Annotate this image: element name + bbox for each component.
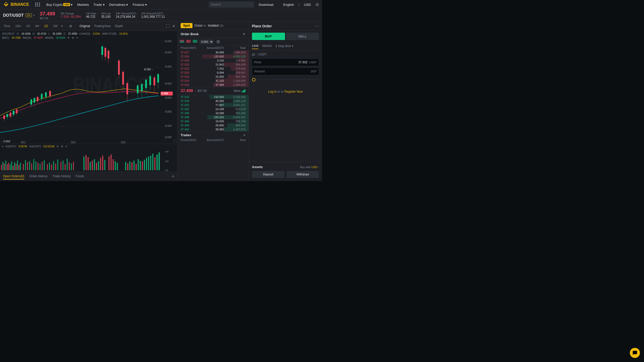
price-input[interactable] — [287, 61, 308, 64]
buy-with-usd-btn[interactable]: Buy with USD › — [300, 166, 319, 169]
time-btn-1w[interactable]: 1W — [52, 24, 59, 29]
trades-price-header: Price(USDT) — [181, 138, 202, 142]
withdraw-button[interactable]: Withdraw — [287, 171, 319, 178]
nav-trade[interactable]: Trade ▾ — [91, 2, 106, 8]
vol-settings-icon[interactable]: ⚙ — [61, 145, 63, 148]
ob-view-bids[interactable] — [193, 40, 197, 44]
tab-order-history[interactable]: Order History — [29, 173, 47, 179]
ob-view-both[interactable] — [180, 40, 184, 44]
ask-row-5[interactable]: 37.522 7.431 278,826 — [178, 67, 249, 71]
svg-rect-132 — [125, 162, 126, 170]
svg-rect-145 — [152, 154, 153, 170]
expand-chart-icon[interactable]: ⛶ — [173, 139, 176, 143]
bid-row-3[interactable]: 37.503 77.897 2,921,371 — [178, 103, 249, 107]
isolated-btn[interactable]: Isolated 10x — [208, 24, 224, 27]
view-depth[interactable]: Depth — [114, 24, 124, 28]
nav-finance[interactable]: Finance ▾ — [131, 2, 149, 8]
ask-row-6[interactable]: 37.520 6.094 228,647 — [178, 71, 249, 75]
search-input[interactable] — [209, 2, 254, 8]
nav-markets[interactable]: Markets — [75, 2, 91, 8]
time-btn-4h[interactable]: 4H — [34, 24, 40, 29]
ask-row-4[interactable]: 37.523 15.842 594,439 — [178, 63, 249, 67]
bid-row-5[interactable]: 37.499 18.598 697,406 — [178, 111, 249, 115]
trades-close-icon[interactable]: ✕ — [243, 133, 246, 137]
fullscreen-icon[interactable]: ⛶ — [166, 24, 170, 29]
bottom-close-icon[interactable]: ✕ — [172, 175, 174, 178]
ask-row-8[interactable]: 37.516 31.105 1,166,935 — [178, 79, 249, 83]
nav-derivatives[interactable]: Derivatives ▾ — [107, 2, 130, 8]
ask-row-3[interactable]: 37.524 3.142 117,900 — [178, 58, 249, 63]
orderbook-close-icon[interactable]: ✕ — [243, 32, 246, 36]
bid-row-9[interactable]: 37.492 38.885 1,457,876 — [178, 127, 249, 131]
vol-close-icon[interactable]: ✕ — [65, 145, 67, 148]
order-type-market[interactable]: Market — [262, 43, 272, 49]
amount-input[interactable] — [289, 70, 309, 73]
order-type-limit[interactable]: Limit — [252, 43, 258, 49]
view-original[interactable]: Original — [79, 24, 91, 28]
logo[interactable]: BINANCE — [3, 2, 29, 8]
spot-btn[interactable]: Spot — [181, 23, 192, 28]
sell-button[interactable]: SELL — [286, 33, 319, 40]
ob-refresh-icon[interactable]: ⊞ — [217, 39, 220, 44]
bid-row-7[interactable]: 37.494 10.635 398,749 — [178, 119, 249, 123]
order-type-stop-limit[interactable]: ℹ Stop-limit ▾ — [276, 43, 293, 49]
time-btn-1d[interactable]: 1D — [42, 24, 49, 29]
svg-rect-129 — [113, 159, 114, 170]
bid-price: 37.502 — [181, 108, 202, 111]
more-btn[interactable]: More — [234, 89, 246, 93]
ask-row-7[interactable]: 37.519 15.000 562,785 — [178, 75, 249, 79]
ob-view-asks[interactable] — [186, 40, 191, 44]
po-menu-icon[interactable]: ⋯ — [315, 24, 319, 28]
svg-text:-40M: -40M — [165, 150, 169, 153]
ask-price: 37.515 — [181, 83, 202, 86]
svg-rect-99 — [37, 163, 38, 170]
settings-icon[interactable]: ⚙ — [315, 2, 319, 7]
tab-trade-history[interactable]: Trade History — [52, 173, 71, 179]
ask-row-2[interactable]: 37.526 120.000 4,503,120 — [178, 54, 249, 58]
leverage-badge[interactable]: 10x — [25, 13, 32, 17]
nav-buy-crypto[interactable]: Buy Crypto USD ▾ — [44, 2, 75, 8]
cross-btn[interactable]: Cross 3x — [195, 24, 206, 27]
po-slider-container[interactable] — [252, 78, 319, 82]
bid-row-2[interactable]: 37.509 45.059 1,690,118 — [178, 99, 249, 103]
bid-row-4[interactable]: 37.502 14.108 529,078 — [178, 107, 249, 111]
tab-open-orders[interactable]: Open Orders(0) — [3, 173, 24, 179]
ask-row-1[interactable]: 37.527 36.958 1,386,923 — [178, 50, 249, 54]
chart-settings-icon[interactable]: ⚙ — [69, 24, 72, 28]
time-btn-time[interactable]: Time — [2, 24, 12, 29]
chevron-down-icon[interactable]: ▾ — [33, 14, 35, 17]
chart-ma-row: MA(7): 40.7586 MA(25): 37.4070 MA(99): 3… — [2, 36, 128, 40]
eye-icon[interactable]: 👁 — [67, 36, 70, 40]
currency-selector[interactable]: USD — [303, 2, 312, 7]
register-link[interactable]: Register Now — [285, 90, 303, 93]
svg-rect-152 — [245, 89, 245, 92]
price-input-row[interactable]: Price USDT — [252, 58, 319, 66]
ob-precision-select[interactable]: 0.001 0.01 0.1 — [199, 39, 213, 44]
svg-text:0.00: 0.00 — [165, 169, 168, 172]
chart-right-btns: ⛶ ✕ — [166, 24, 175, 29]
view-tradingview[interactable]: TradingView — [93, 24, 112, 28]
download-button[interactable]: Download — [257, 2, 275, 7]
tab-funds[interactable]: Funds — [76, 173, 84, 179]
close-chart-icon[interactable]: ✕ — [172, 24, 175, 29]
language-selector[interactable]: English — [282, 2, 296, 7]
time-btn-15m[interactable]: 15m — [14, 24, 23, 29]
bid-row-1[interactable]: 37.510 150.000 5,626,500 — [178, 95, 249, 99]
vol-expand-icon[interactable]: ▾ — [2, 145, 3, 148]
deposit-button[interactable]: Deposit — [252, 171, 285, 178]
settings-ma-icon[interactable]: ⚙ — [72, 36, 74, 40]
slider-thumb[interactable] — [252, 78, 255, 82]
close-ma-icon[interactable]: ✕ — [76, 36, 78, 40]
amplitude-label: AMPLITUDE: — [102, 32, 117, 36]
time-more-icon[interactable]: ▾ — [61, 24, 63, 28]
login-link[interactable]: Log In — [268, 90, 276, 93]
bid-row-6[interactable]: 37.498 150.263 5,634,562 — [178, 115, 249, 119]
bid-row-8[interactable]: 37.493 26.660 999,563 — [178, 123, 249, 127]
time-btn-1h[interactable]: 1H — [25, 24, 32, 29]
nav-grid-icon[interactable] — [35, 3, 40, 7]
buy-button[interactable]: BUY — [252, 33, 285, 40]
vol-eye-icon[interactable]: 👁 — [56, 145, 59, 148]
amount-input-row[interactable]: Amount DOT — [252, 68, 319, 75]
date-label: 2021/05/17 — [2, 32, 15, 36]
ask-row-9[interactable]: 37.515 37.469 1,405,650 — [178, 83, 249, 87]
